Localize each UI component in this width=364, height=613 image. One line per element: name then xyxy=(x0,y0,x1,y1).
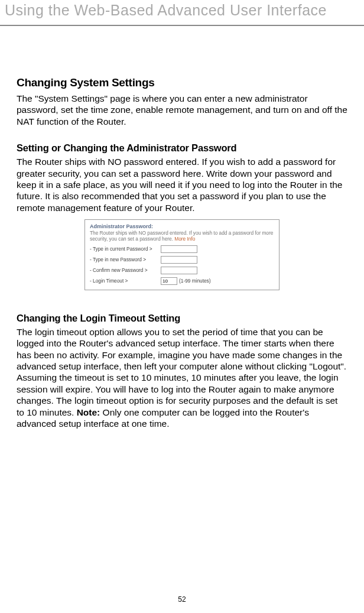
new-password-input[interactable] xyxy=(161,256,197,264)
section-login-timeout-body: The login timeout option allows you to s… xyxy=(17,326,347,429)
login-timeout-input[interactable] xyxy=(161,277,177,285)
more-info-link[interactable]: More Info xyxy=(174,236,195,242)
current-password-input[interactable] xyxy=(161,245,197,253)
confirm-password-input[interactable] xyxy=(161,267,197,274)
row-new-password: - Type in new Password > xyxy=(90,256,274,264)
row-login-timeout: - Login Timeout > (1-99 minutes) xyxy=(90,277,274,285)
login-timeout-label: - Login Timeout > xyxy=(90,278,161,284)
row-current-password: - Type in current Password > xyxy=(90,245,274,253)
new-password-label: - Type in new Password > xyxy=(90,257,161,262)
panel-title: Administrator Password: xyxy=(90,223,274,229)
section-admin-password-body: The Router ships with NO password entere… xyxy=(17,156,347,213)
confirm-password-label: - Confirm new Password > xyxy=(90,267,161,273)
page-number: 52 xyxy=(0,595,364,604)
current-password-label: - Type in current Password > xyxy=(90,246,161,252)
section-changing-system-settings-title: Changing System Settings xyxy=(17,76,347,89)
section-login-timeout-title: Changing the Login Timeout Setting xyxy=(17,313,347,324)
section-changing-system-settings-body: The "System Settings" page is where you … xyxy=(17,93,347,127)
login-timeout-body-before-note: The login timeout option allows you to s… xyxy=(17,327,346,417)
note-label: Note: xyxy=(77,407,100,417)
page-content: Changing System Settings The "System Set… xyxy=(0,26,364,429)
page-header: Using the Web-Based Advanced User Interf… xyxy=(0,0,364,26)
login-timeout-suffix: (1-99 minutes) xyxy=(179,278,211,284)
panel-description: The Router ships with NO password entere… xyxy=(90,231,274,242)
section-admin-password-title: Setting or Changing the Administrator Pa… xyxy=(17,142,347,154)
row-confirm-password: - Confirm new Password > xyxy=(90,267,274,274)
header-title: Using the Web-Based Advanced User Interf… xyxy=(5,2,327,18)
admin-password-panel: Administrator Password: The Router ships… xyxy=(84,219,280,290)
